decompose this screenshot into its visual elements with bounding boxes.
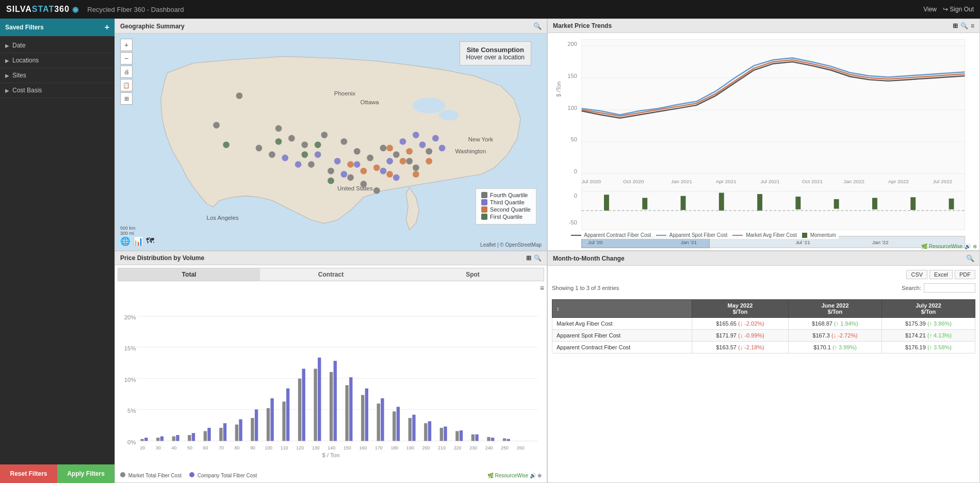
legend-label-first: First Quartile xyxy=(490,214,522,220)
map-legend: Fourth Quartile Third Quartile Second Qu… xyxy=(476,188,536,224)
signout-button[interactable]: ↪ Sign Out xyxy=(943,6,974,13)
main-layout: Saved Filters + ▶ Date ▶ Locations ▶ Sit… xyxy=(0,19,980,483)
reset-filters-button[interactable]: Reset Filters xyxy=(0,464,57,483)
trends-body: $ /Ton 200 150 100 50 0 Ju xyxy=(548,33,979,250)
geo-summary-body: + − 🖨 📋 ⊞ xyxy=(115,34,547,250)
legend-avg: Market Avg Fiber Cost xyxy=(732,232,797,238)
excel-button[interactable]: Excel xyxy=(929,270,953,279)
cell-july-contract: $176.19 (↑ 3.58%) xyxy=(882,342,975,353)
svg-text:150: 150 xyxy=(567,73,577,79)
svg-rect-127 xyxy=(282,401,285,441)
svg-text:170: 170 xyxy=(375,445,383,450)
table-row: Apparent Spot Fiber Cost $171.97 (↓ -0.9… xyxy=(552,330,975,342)
trends-title: Market Price Trends xyxy=(553,22,612,29)
svg-point-25 xyxy=(413,132,419,138)
svg-text:60: 60 xyxy=(203,445,208,450)
svg-text:-50: -50 xyxy=(569,219,577,226)
cell-june-spot: $167.3 (↓ -2.72%) xyxy=(789,330,882,342)
price-dist-header-icons: ⊞ 🔍 xyxy=(526,254,542,262)
rw-sound-icon: 🔊 xyxy=(530,473,536,478)
mtm-body: CSV Excel PDF Showing 1 to 3 of 3 entrie… xyxy=(548,266,979,482)
svg-text:Jul 2022: Jul 2022 xyxy=(933,179,952,184)
svg-text:0: 0 xyxy=(574,168,577,174)
topbar: SILVASTAT360 ◉ Recycled Fiber 360 - Dash… xyxy=(0,0,980,19)
svg-point-38 xyxy=(386,145,393,152)
change-icon: (↑ 3.86%) xyxy=(927,320,952,327)
scale-mi: 300 mi xyxy=(120,231,136,236)
svg-point-20 xyxy=(373,187,380,194)
zoom-out-button[interactable]: − xyxy=(120,52,133,65)
svg-point-46 xyxy=(347,161,354,168)
menu-icon[interactable]: ≡ xyxy=(971,22,974,29)
apply-filters-button[interactable]: Apply Filters xyxy=(57,464,115,483)
change-icon: (↓ -2.02%) xyxy=(738,320,764,327)
sidebar-item-label: Locations xyxy=(12,57,39,64)
sidebar-item-sites[interactable]: ▶ Sites xyxy=(0,68,115,83)
tab-contract[interactable]: Contract xyxy=(260,268,402,281)
svg-point-27 xyxy=(432,135,439,142)
svg-point-7 xyxy=(393,151,400,158)
svg-point-9 xyxy=(413,165,419,171)
col-header-may: May 2022$/Ton xyxy=(692,300,788,318)
map-icon[interactable]: 🗺 xyxy=(146,236,154,246)
arrow-icon: ▶ xyxy=(5,73,9,78)
price-dist-tabs: Total Contract Spot xyxy=(118,268,544,281)
trends-header-icons: ⊞ 🔍 ≡ xyxy=(953,22,974,29)
svg-rect-117 xyxy=(204,431,207,441)
svg-rect-113 xyxy=(172,437,175,441)
print-button[interactable]: 🖨 xyxy=(120,66,133,78)
tooltip-title: Site Consumption xyxy=(466,46,525,54)
svg-text:120: 120 xyxy=(296,445,304,450)
search-icon[interactable]: 🔍 xyxy=(966,254,974,262)
tab-spot[interactable]: Spot xyxy=(402,268,544,281)
market-legend-icon xyxy=(120,472,125,477)
csv-button[interactable]: CSV xyxy=(906,270,927,279)
search-icon[interactable]: 🔍 xyxy=(534,254,542,262)
svg-rect-142 xyxy=(397,407,400,441)
svg-rect-83 xyxy=(642,198,647,209)
layers-button[interactable]: ⊞ xyxy=(120,92,133,105)
sidebar-item-locations[interactable]: ▶ Locations xyxy=(0,53,115,68)
svg-rect-123 xyxy=(251,418,254,441)
svg-text:200: 200 xyxy=(567,41,577,47)
view-button[interactable]: View xyxy=(923,6,937,13)
svg-point-8 xyxy=(406,158,413,165)
legend-label-second: Second Quartile xyxy=(490,206,531,213)
sidebar-item-date[interactable]: ▶ Date xyxy=(0,38,115,53)
svg-text:New York: New York xyxy=(468,136,493,142)
price-dist-title: Price Distribution by Volume xyxy=(120,254,204,262)
search-icon[interactable]: 🔍 xyxy=(960,22,968,29)
svg-rect-116 xyxy=(192,433,195,441)
search-input[interactable] xyxy=(924,283,975,293)
sidebar-item-cost-basis[interactable]: ▶ Cost Basis xyxy=(0,83,115,98)
svg-point-11 xyxy=(367,155,373,162)
search-icon[interactable]: 🔍 xyxy=(533,22,542,30)
legend-company: Company Total Fiber Cost xyxy=(189,472,257,478)
svg-rect-115 xyxy=(188,435,191,441)
svg-rect-134 xyxy=(334,361,337,441)
svg-rect-153 xyxy=(487,437,490,441)
table-icon[interactable]: ⊞ xyxy=(526,254,531,262)
chart-icon[interactable]: 📊 xyxy=(133,236,143,246)
svg-text:80: 80 xyxy=(235,445,240,450)
chart-menu-icon[interactable]: ≡ xyxy=(540,284,544,292)
sidebar-item-label: Date xyxy=(12,42,25,49)
globe-icon[interactable]: 🌐 xyxy=(120,236,130,246)
svg-rect-125 xyxy=(267,408,270,441)
svg-text:160: 160 xyxy=(359,445,367,450)
zoom-in-button[interactable]: + xyxy=(120,39,133,51)
sidebar: Saved Filters + ▶ Date ▶ Locations ▶ Sit… xyxy=(0,19,115,483)
add-filter-button[interactable]: + xyxy=(105,23,109,32)
table-icon[interactable]: ⊞ xyxy=(953,22,958,29)
tooltip-sub: Hover over a location xyxy=(466,54,525,61)
bottom-buttons: Reset Filters Apply Filters xyxy=(0,464,115,483)
pdf-button[interactable]: PDF xyxy=(955,270,975,279)
tab-total[interactable]: Total xyxy=(118,268,260,281)
svg-point-36 xyxy=(354,161,361,168)
svg-text:200: 200 xyxy=(422,445,430,450)
copy-button[interactable]: 📋 xyxy=(120,79,133,91)
svg-point-14 xyxy=(288,135,295,142)
svg-rect-145 xyxy=(424,423,427,441)
legend-dot-second xyxy=(481,206,487,213)
rw-footer-price: 🌿 ResourceWise 🔊 ⊕ xyxy=(487,473,542,478)
